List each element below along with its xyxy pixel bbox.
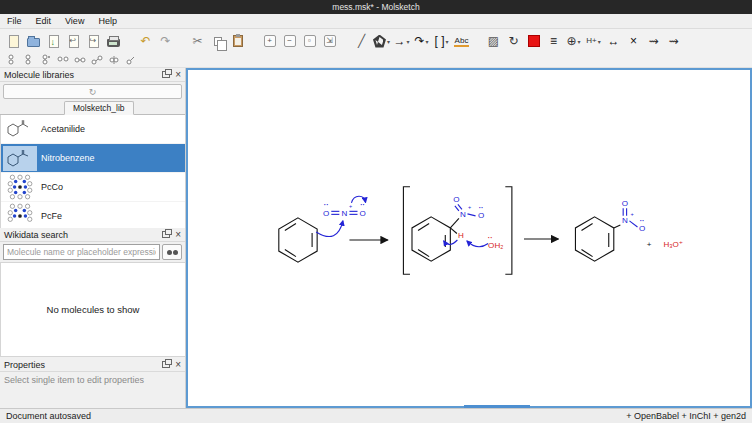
import-icon[interactable] xyxy=(64,32,83,51)
window-title: mess.msk* - Molsketch xyxy=(332,2,419,12)
template-two-atoms-vertical[interactable] xyxy=(4,53,20,66)
drawing-canvas[interactable]: O N O + ·· ·· xyxy=(186,68,752,408)
atom-label-N[interactable]: N xyxy=(460,210,466,219)
template-bonded-pair-diagonal[interactable] xyxy=(89,53,105,66)
float-panel-icon[interactable] xyxy=(162,231,170,238)
draw-tool-icon[interactable]: ╱ xyxy=(352,32,371,51)
right-bracket[interactable] xyxy=(505,187,512,275)
mechanism-pencil-2-icon[interactable]: ⇝ xyxy=(664,32,683,51)
lone-pair-dots: ·· xyxy=(640,217,645,224)
template-bonded-pair[interactable] xyxy=(72,53,88,66)
zoom-original-icon[interactable]: ▫ xyxy=(300,32,319,51)
template-pair-axis[interactable] xyxy=(106,53,122,66)
charge-dropdown[interactable]: ▾ xyxy=(578,38,581,45)
atom-label-H[interactable]: H xyxy=(458,231,464,240)
text-tool-icon[interactable]: Abc xyxy=(452,32,471,51)
search-button[interactable] xyxy=(162,244,182,260)
bracket-tool-icon[interactable]: [ ]▾ xyxy=(432,32,451,51)
hydronium-label[interactable]: H₃O⁺ xyxy=(663,240,683,249)
delete-icon[interactable]: × xyxy=(624,32,643,51)
close-panel-icon[interactable]: × xyxy=(175,361,181,368)
hydrogen-icon[interactable]: H+▾ xyxy=(584,32,603,51)
bracket-tool-dropdown[interactable]: ▾ xyxy=(446,38,449,45)
molecule-thumbnail xyxy=(3,146,37,171)
close-panel-icon[interactable]: × xyxy=(175,71,181,78)
hatch-pattern-icon[interactable]: ▨ xyxy=(484,32,503,51)
menu-view[interactable]: View xyxy=(58,14,91,28)
ring-tool-icon[interactable]: ▾ xyxy=(372,32,391,51)
atom-label-O[interactable]: O xyxy=(478,211,484,220)
water-label[interactable]: OH₂ xyxy=(488,241,503,250)
open-file-icon[interactable] xyxy=(24,32,43,51)
mechanism-arrow-attack[interactable] xyxy=(316,221,343,237)
reactant-benzene[interactable] xyxy=(279,218,317,262)
molecule-name: Acetanilide xyxy=(41,124,85,134)
molsketch-window: mess.msk* - Molsketch File Edit View Hel… xyxy=(0,0,752,423)
mechanism-pencil-1-icon[interactable]: ⇝ xyxy=(644,32,663,51)
reaction-arrow-tool-icon[interactable]: →▾ xyxy=(392,32,411,51)
left-bracket[interactable] xyxy=(403,187,410,275)
rotate-icon[interactable]: ↻ xyxy=(504,32,523,51)
redo-icon[interactable]: ↷ xyxy=(156,32,175,51)
arenium-intermediate[interactable]: N + O O ·· H xyxy=(412,195,484,261)
paste-icon[interactable] xyxy=(228,32,247,51)
menu-help[interactable]: Help xyxy=(91,14,124,28)
mechanism-arrow-tool-dropdown[interactable]: ▾ xyxy=(426,38,429,45)
atom-label-O[interactable]: O xyxy=(453,195,459,204)
undo-icon[interactable]: ↶ xyxy=(136,32,155,51)
atom-label-O[interactable]: O xyxy=(359,209,365,218)
atom-label-O[interactable]: O xyxy=(323,209,329,218)
library-item-pcfe[interactable]: PcFe xyxy=(1,202,185,228)
zoom-fit-icon[interactable]: ⇲ xyxy=(320,32,339,51)
atom-label-O[interactable]: O xyxy=(639,224,645,233)
menu-edit[interactable]: Edit xyxy=(29,14,59,28)
wikidata-search-input[interactable] xyxy=(3,244,160,260)
float-panel-icon[interactable] xyxy=(162,361,170,368)
library-item-pcco[interactable]: PcCo xyxy=(1,173,185,202)
save-icon[interactable] xyxy=(44,32,63,51)
molecule-thumbnail xyxy=(3,175,37,200)
library-tab-row: Molsketch_lib xyxy=(0,100,185,115)
atom-label-N[interactable]: N xyxy=(341,209,347,218)
molecule-library-list: Acetanilide Nitrobenzene xyxy=(0,115,185,228)
mechanism-arrow-tool-icon[interactable]: ↷▾ xyxy=(412,32,431,51)
close-panel-icon[interactable]: × xyxy=(175,231,181,238)
reaction-arrow-tool-dropdown[interactable]: ▾ xyxy=(406,38,409,45)
product-nitrobenzene[interactable]: N + O O ·· xyxy=(575,199,645,261)
float-panel-icon[interactable] xyxy=(162,71,170,78)
plus-sign: + xyxy=(647,240,652,249)
new-file-icon[interactable] xyxy=(4,32,23,51)
plus-charge: + xyxy=(468,204,471,210)
print-icon[interactable] xyxy=(104,32,123,51)
wikidata-search-panel: Wikidata search × No molecules to show xyxy=(0,228,185,358)
library-item-acetanilide[interactable]: Acetanilide xyxy=(1,115,185,144)
template-atom-with-bond[interactable] xyxy=(123,53,139,66)
color-swatch-icon[interactable] xyxy=(524,32,543,51)
ring-tool-dropdown[interactable]: ▾ xyxy=(387,38,390,45)
cut-icon[interactable]: ✂ xyxy=(188,32,207,51)
lone-pair-dots: ·· xyxy=(488,234,493,241)
nitronium-ion[interactable]: O N O + ·· ·· xyxy=(323,201,366,218)
library-settings-button[interactable]: ↻ xyxy=(3,84,182,99)
atom-label-O[interactable]: O xyxy=(622,199,628,208)
charge-icon[interactable]: ⊕▾ xyxy=(564,32,583,51)
zoom-out-icon[interactable]: − xyxy=(280,32,299,51)
template-two-atoms-horizontal[interactable] xyxy=(55,53,71,66)
zoom-in-icon[interactable]: + xyxy=(260,32,279,51)
menu-file[interactable]: File xyxy=(0,14,29,28)
flip-icon[interactable]: ↔ xyxy=(604,32,623,51)
template-two-atoms-vertical-bonded[interactable] xyxy=(21,53,37,66)
template-two-atoms-vertical-dot[interactable] xyxy=(38,53,54,66)
molecule-name: PcCo xyxy=(41,182,63,192)
properties-header: Properties × xyxy=(0,358,185,372)
wikidata-results-area: No molecules to show xyxy=(0,262,185,357)
export-icon[interactable] xyxy=(84,32,103,51)
library-item-nitrobenzene[interactable]: Nitrobenzene xyxy=(1,144,185,173)
tab-molsketch-lib[interactable]: Molsketch_lib xyxy=(64,101,134,115)
line-width-icon[interactable]: ≡ xyxy=(544,32,563,51)
atom-label-N[interactable]: N xyxy=(622,216,628,225)
hydrogen-dropdown[interactable]: ▾ xyxy=(598,38,601,45)
mechanism-arrow-deprotonation[interactable] xyxy=(467,241,488,247)
copy-icon[interactable] xyxy=(208,32,227,51)
water-molecule[interactable]: OH₂ ·· xyxy=(488,234,504,250)
